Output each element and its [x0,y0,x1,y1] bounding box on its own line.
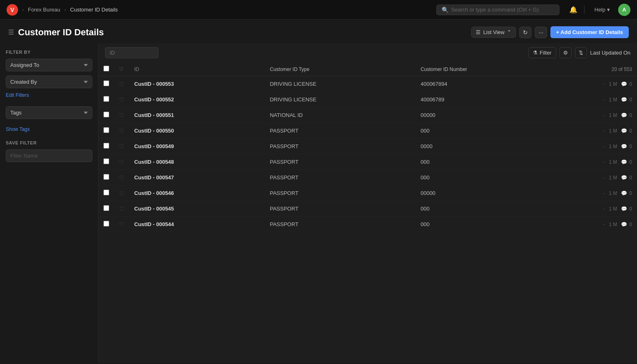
heart-icon[interactable]: ♡ [119,206,124,212]
row-type-cell: PASSPORT [265,185,415,201]
help-chevron-icon: ▾ [607,7,610,13]
assigned-to-filter[interactable]: Assigned To [6,59,92,71]
row-checkbox[interactable] [103,158,109,164]
heart-icon[interactable]: ♡ [119,190,124,197]
row-checkbox-cell[interactable] [99,217,114,232]
table-row[interactable]: ♡ CustID - 000547 PASSPORT 000 - 1 M 💬 0 [99,170,637,185]
row-id-value: CustID - 000546 [134,190,174,196]
heart-icon[interactable]: ♡ [119,128,124,134]
heart-icon[interactable]: ♡ [119,96,124,103]
row-checkbox[interactable] [103,127,109,133]
sort-icon-button[interactable]: ⇅ [575,47,587,58]
type-column-header[interactable]: Customer ID Type [265,62,415,76]
table-row[interactable]: ♡ CustID - 000544 PASSPORT 000 - 1 M 💬 0 [99,217,637,232]
filter-settings-icon-button[interactable]: ⚙ [559,47,572,58]
row-favorite-cell[interactable]: ♡ [114,92,129,108]
row-favorite-cell[interactable]: ♡ [114,139,129,154]
refresh-button[interactable]: ↻ [519,27,532,38]
show-tags-link[interactable]: Show Tags [6,126,92,132]
breadcrumb-forex-bureau[interactable]: Forex Bureau [28,7,60,13]
search-bar[interactable]: 🔍 [436,5,559,15]
meta-dash: - [603,190,605,196]
row-id-cell: CustID - 000552 [129,92,265,108]
table-row[interactable]: ♡ CustID - 000551 NATIONAL ID 00000 - 1 … [99,108,637,123]
comment-icon: 💬 [621,128,627,134]
breadcrumb-customer-id-details[interactable]: Customer ID Details [70,7,118,13]
row-checkbox-cell[interactable] [99,154,114,170]
heart-icon[interactable]: ♡ [119,81,124,87]
row-checkbox[interactable] [103,205,109,211]
table-row[interactable]: ♡ CustID - 000552 DRIVING LICENSE 400067… [99,92,637,108]
app-logo[interactable]: V [7,4,18,16]
heart-icon[interactable]: ♡ [119,159,124,165]
table-row[interactable]: ♡ CustID - 000550 PASSPORT 000 - 1 M 💬 0 [99,123,637,139]
search-input[interactable] [451,7,554,13]
filter-button[interactable]: ⚗ Filter [528,47,556,58]
row-id-cell: CustID - 000550 [129,123,265,139]
id-column-header[interactable]: ID [129,62,265,76]
avatar[interactable]: A [618,4,630,16]
heart-icon[interactable]: ♡ [119,112,124,119]
row-checkbox-cell[interactable] [99,139,114,154]
row-checkbox-cell[interactable] [99,123,114,139]
row-favorite-cell[interactable]: ♡ [114,170,129,185]
comment-icon: 💬 [621,190,627,196]
row-favorite-cell[interactable]: ♡ [114,123,129,139]
heart-icon[interactable]: ♡ [119,174,124,181]
row-checkbox-cell[interactable] [99,170,114,185]
edit-filters-link[interactable]: Edit Filters [6,92,92,98]
filter-name-input[interactable] [6,149,92,162]
table-row[interactable]: ♡ CustID - 000546 PASSPORT 00000 - 1 M 💬… [99,185,637,201]
row-number-cell: 0000 [416,139,566,154]
row-type-cell: PASSPORT [265,154,415,170]
row-checkbox-cell[interactable] [99,185,114,201]
tags-filter[interactable]: Tags [6,106,92,119]
list-view-button[interactable]: ☰ List View ⌃ [471,27,516,38]
add-customer-id-details-button[interactable]: + Add Customer ID Details [550,26,629,38]
table-row[interactable]: ♡ CustID - 000548 PASSPORT 000 - 1 M 💬 0 [99,154,637,170]
row-checkbox-cell[interactable] [99,201,114,217]
row-checkbox-cell[interactable] [99,92,114,108]
row-checkbox-cell[interactable] [99,76,114,92]
row-checkbox[interactable] [103,190,109,195]
row-favorite-cell[interactable]: ♡ [114,76,129,92]
row-checkbox[interactable] [103,143,109,149]
page-header: ☰ Customer ID Details ☰ List View ⌃ ↻ ··… [0,20,637,43]
row-checkbox[interactable] [103,221,109,227]
comment-count: 0 [629,206,632,212]
row-checkbox[interactable] [103,80,109,86]
notifications-icon[interactable]: 🔔 [569,6,577,14]
row-checkbox[interactable] [103,96,109,102]
row-favorite-cell[interactable]: ♡ [114,201,129,217]
row-id-cell: CustID - 000549 [129,139,265,154]
row-favorite-cell[interactable]: ♡ [114,108,129,123]
row-favorite-cell[interactable]: ♡ [114,154,129,170]
row-checkbox[interactable] [103,174,109,180]
heart-icon[interactable]: ♡ [119,143,124,150]
select-all-header[interactable] [99,62,114,76]
row-type-cell: PASSPORT [265,123,415,139]
number-column-header[interactable]: Customer ID Number [416,62,566,76]
row-checkbox-cell[interactable] [99,108,114,123]
table-row[interactable]: ♡ CustID - 000553 DRIVING LICENSE 400067… [99,76,637,92]
help-button[interactable]: Help ▾ [591,5,613,14]
row-favorite-cell[interactable]: ♡ [114,217,129,232]
table-row[interactable]: ♡ CustID - 000549 PASSPORT 0000 - 1 M 💬 … [99,139,637,154]
row-checkbox[interactable] [103,112,109,117]
menu-icon[interactable]: ☰ [8,28,14,36]
created-by-filter[interactable]: Created By [6,76,92,88]
meta-dash: - [603,97,605,103]
row-id-cell: CustID - 000548 [129,154,265,170]
table-row[interactable]: ♡ CustID - 000545 PASSPORT 000 - 1 M 💬 0 [99,201,637,217]
search-icon: 🔍 [442,7,449,13]
heart-icon[interactable]: ♡ [119,221,124,228]
row-id-value: CustID - 000552 [134,96,174,103]
meta-dash: - [603,112,605,118]
more-options-button[interactable]: ··· [535,27,547,38]
page-header-left: ☰ Customer ID Details [8,27,104,38]
comment-count: 0 [629,81,632,87]
select-all-checkbox[interactable] [103,66,109,71]
row-favorite-cell[interactable]: ♡ [114,185,129,201]
id-filter-input[interactable] [105,47,158,58]
meta-time: 1 M [609,222,617,227]
